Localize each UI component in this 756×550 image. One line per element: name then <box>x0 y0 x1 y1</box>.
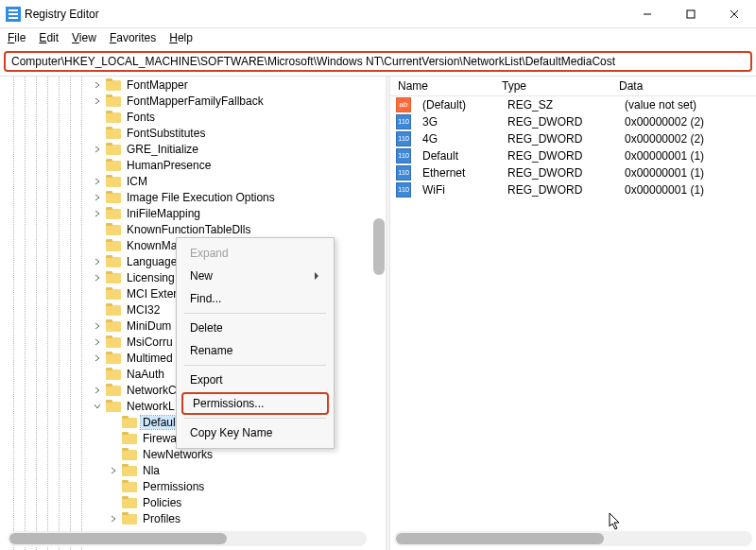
tree-item-label: NetworkC <box>125 384 179 397</box>
tree-item[interactable]: IniFileMapping <box>0 205 386 221</box>
reg-binary-icon <box>396 182 411 198</box>
value-data: 0x00000001 (1) <box>617 183 756 197</box>
value-row[interactable]: DefaultREG_DWORD0x00000001 (1) <box>390 147 756 164</box>
tree-item[interactable]: HumanPresence <box>0 157 386 173</box>
tree-item-label: MsiCorru <box>125 335 175 349</box>
folder-icon <box>106 143 121 156</box>
chevron-right-icon[interactable] <box>93 96 102 106</box>
value-type: REG_DWORD <box>500 132 617 146</box>
chevron-right-icon[interactable] <box>93 386 102 395</box>
folder-icon <box>106 191 121 204</box>
ctx-separator <box>184 418 326 419</box>
ctx-copy-key-name[interactable]: Copy Key Name <box>179 421 332 444</box>
chevron-right-icon[interactable] <box>93 273 102 283</box>
chevron-right-icon[interactable] <box>93 193 102 202</box>
tree-item-label: MCI32 <box>125 303 162 317</box>
value-data: 0x00000002 (2) <box>617 132 756 146</box>
ctx-rename[interactable]: Rename <box>179 339 332 362</box>
chevron-right-icon[interactable] <box>109 466 118 475</box>
folder-icon <box>106 384 121 397</box>
chevron-right-icon[interactable] <box>93 337 102 347</box>
tree-item[interactable]: Profiles <box>0 510 386 526</box>
menu-file[interactable]: File <box>8 31 26 44</box>
menu-help[interactable]: Help <box>169 31 193 44</box>
chevron-right-icon[interactable] <box>93 402 102 411</box>
tree-item-label: Nla <box>141 464 162 477</box>
ctx-permissions[interactable]: Permissions... <box>181 392 329 415</box>
folder-icon <box>106 368 121 381</box>
value-list[interactable]: (Default)REG_SZ(value not set)3GREG_DWOR… <box>390 96 756 531</box>
folder-icon <box>106 159 121 172</box>
chevron-right-icon[interactable] <box>93 257 102 266</box>
tree-item-label: NewNetworks <box>141 448 215 461</box>
col-name[interactable]: Name <box>390 79 494 93</box>
tree-item[interactable]: KnownFunctionTableDlls <box>0 221 386 237</box>
tree-item-label: IniFileMapping <box>125 207 202 220</box>
ctx-new[interactable]: New <box>179 265 332 287</box>
tree-item-label: Policies <box>141 496 183 509</box>
tree-item[interactable]: Fonts <box>0 109 386 125</box>
tree-item[interactable]: Policies <box>0 494 386 510</box>
menu-view[interactable]: View <box>72 31 96 44</box>
col-data[interactable]: Data <box>611 79 756 93</box>
regedit-icon <box>6 7 21 22</box>
menubar: File Edit View Favorites Help <box>0 28 756 47</box>
ctx-expand[interactable]: Expand <box>179 242 332 265</box>
chevron-right-icon[interactable] <box>93 177 102 186</box>
minimize-button[interactable] <box>626 0 669 28</box>
tree-item-label: Multimed <box>125 352 175 365</box>
value-type: REG_DWORD <box>500 166 617 180</box>
folder-icon <box>122 512 137 525</box>
close-button[interactable] <box>713 0 756 28</box>
value-row[interactable]: WiFiREG_DWORD0x00000001 (1) <box>390 181 756 198</box>
folder-icon <box>106 287 121 301</box>
value-type: REG_DWORD <box>500 149 617 163</box>
tree-item[interactable]: FontMapper <box>0 77 386 93</box>
list-horizontal-scrollbar-thumb[interactable] <box>396 533 604 544</box>
tree-item[interactable]: FontMapperFamilyFallback <box>0 93 386 109</box>
tree-item-label: FontMapperFamilyFallback <box>125 95 266 108</box>
value-type: REG_DWORD <box>500 115 617 129</box>
value-row[interactable]: (Default)REG_SZ(value not set) <box>390 96 756 113</box>
folder-icon <box>106 303 121 317</box>
folder-icon <box>106 239 121 252</box>
chevron-right-icon[interactable] <box>93 80 102 90</box>
value-row[interactable]: EthernetREG_DWORD0x00000001 (1) <box>390 164 756 181</box>
folder-icon <box>106 175 121 188</box>
tree-item[interactable]: Image File Execution Options <box>0 189 386 205</box>
ctx-find[interactable]: Find... <box>179 287 332 310</box>
tree-vertical-scrollbar-thumb[interactable] <box>373 218 385 275</box>
folder-icon <box>106 111 121 124</box>
address-bar[interactable]: Computer\HKEY_LOCAL_MACHINE\SOFTWARE\Mic… <box>4 51 752 72</box>
chevron-right-icon[interactable] <box>109 514 118 524</box>
chevron-right-icon[interactable] <box>93 145 102 154</box>
col-type[interactable]: Type <box>494 79 611 93</box>
address-path: Computer\HKEY_LOCAL_MACHINE\SOFTWARE\Mic… <box>11 55 615 68</box>
value-data: 0x00000001 (1) <box>617 149 756 163</box>
ctx-delete[interactable]: Delete <box>179 317 332 339</box>
tree-item[interactable]: ICM <box>0 173 386 189</box>
menu-favorites[interactable]: Favorites <box>110 31 156 44</box>
tree-item-label: HumanPresence <box>125 159 213 172</box>
maximize-button[interactable] <box>669 0 713 28</box>
value-name: 3G <box>415 115 500 129</box>
tree-item[interactable]: GRE_Initialize <box>0 141 386 157</box>
tree-item-label: Fonts <box>125 111 157 124</box>
reg-binary-icon <box>396 131 411 146</box>
chevron-right-icon[interactable] <box>93 321 102 331</box>
folder-icon <box>106 95 121 108</box>
value-row[interactable]: 4GREG_DWORD0x00000002 (2) <box>390 130 756 147</box>
chevron-right-icon[interactable] <box>93 209 102 218</box>
ctx-export[interactable]: Export <box>179 369 332 391</box>
value-type: REG_DWORD <box>500 183 617 197</box>
chevron-right-icon[interactable] <box>93 353 102 363</box>
value-row[interactable]: 3GREG_DWORD0x00000002 (2) <box>390 113 756 130</box>
tree-item[interactable]: FontSubstitutes <box>0 125 386 141</box>
tree-item[interactable]: Permissions <box>0 478 386 494</box>
menu-edit[interactable]: Edit <box>39 31 59 44</box>
tree-item[interactable]: Nla <box>0 462 386 478</box>
folder-icon <box>122 416 137 429</box>
tree-horizontal-scrollbar-thumb[interactable] <box>9 533 227 544</box>
tree-item-label: Profiles <box>141 512 182 525</box>
tree-item-label: FontMapper <box>125 78 190 92</box>
